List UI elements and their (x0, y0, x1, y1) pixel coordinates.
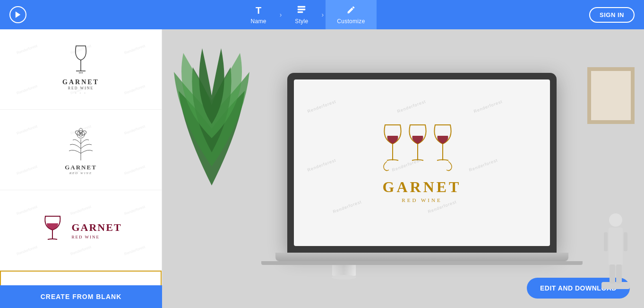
watermark: Renderforest (0, 102, 59, 158)
logo-3-brand-subtitle: RED WINE (71, 235, 121, 239)
nav-step-name[interactable]: T Name (239, 0, 277, 29)
preview-logo: GARNET RED WINE (370, 123, 474, 203)
plant-decoration (169, 34, 254, 187)
wm1: Renderforest (307, 99, 337, 114)
nav-step-style-label: Style (295, 18, 308, 25)
wine-glass-icon (69, 44, 93, 77)
step-nav: T Name › Style › Customize (239, 0, 376, 29)
mannequin-decoration (609, 228, 630, 289)
wm7: Renderforest (333, 199, 363, 214)
preview-area: Renderforest Renderforest Renderforest R… (162, 29, 644, 308)
logo-card-1-inner: GARNET RED WINE · · · (62, 44, 99, 96)
laptop-mockup: Renderforest Renderforest Renderforest R… (287, 73, 557, 265)
laptop-base (275, 253, 568, 261)
svg-point-7 (80, 72, 81, 73)
watermark: Renderforest (103, 29, 162, 77)
preview-brand-name: GARNET (383, 178, 462, 196)
style-icon (297, 5, 306, 16)
customize-icon (346, 5, 356, 16)
logo-card-3-inner: GARNET RED WINE (40, 214, 121, 247)
logo-cards-list: Renderforest Renderforest Renderforest R… (0, 29, 162, 308)
logo-card-2-inner: GARNET RED WINE (60, 125, 102, 175)
svg-marker-0 (16, 11, 21, 18)
nav-step-customize[interactable]: Customize (326, 0, 376, 29)
logo-card-3[interactable]: Renderforest Renderforest Renderforest R… (0, 190, 162, 271)
svg-point-6 (79, 72, 80, 73)
watermark: Renderforest (103, 102, 162, 158)
logo-1-dots: · · · (62, 90, 99, 96)
logo-card-2[interactable]: Renderforest Renderforest Renderforest R… (0, 110, 162, 190)
preview-three-glasses-icon (370, 123, 474, 175)
name-icon: T (256, 5, 261, 16)
wine-glass-3-icon (40, 214, 66, 247)
wm3: Renderforest (473, 99, 504, 114)
logo-1-brand-subtitle: RED WINE (62, 86, 99, 90)
nav-step-name-label: Name (250, 18, 266, 25)
watermark: Renderforest (103, 62, 162, 117)
create-from-blank-button[interactable]: CREATE FROM BLANK (0, 285, 162, 308)
laptop-foot (261, 261, 583, 265)
svg-point-10 (77, 131, 85, 138)
laptop-screen-outer: Renderforest Renderforest Renderforest R… (287, 73, 557, 253)
preview-brand-subtitle: RED WINE (402, 197, 442, 203)
sign-in-button[interactable]: SIGN IN (589, 7, 635, 23)
logo-1-brand-name: GARNET (62, 79, 99, 86)
laptop-screen-inner: Renderforest Renderforest Renderforest R… (294, 79, 550, 246)
logo-2-brand-subtitle: RED WINE (65, 171, 97, 175)
wm2: Renderforest (396, 99, 427, 114)
svg-point-14 (79, 132, 83, 136)
svg-point-8 (82, 72, 83, 73)
floral-icon (60, 125, 102, 163)
logo-2-brand-name: GARNET (65, 164, 97, 171)
logo-sidebar: Renderforest Renderforest Renderforest R… (0, 29, 162, 308)
logo-3-brand-name: GARNET (71, 221, 121, 234)
svg-rect-1 (298, 6, 305, 7)
chevron-2-icon: › (320, 11, 326, 18)
logo-button[interactable] (9, 6, 26, 23)
chevron-1-icon: › (278, 11, 284, 18)
wm4: Renderforest (307, 158, 337, 172)
watermark: Renderforest (0, 29, 59, 77)
header: T Name › Style › Customize (0, 0, 644, 29)
svg-rect-2 (298, 9, 305, 10)
nav-step-style[interactable]: Style (283, 0, 319, 29)
watermark: Renderforest (0, 142, 59, 198)
svg-rect-3 (298, 11, 303, 13)
logo-3-text: GARNET RED WINE (71, 221, 121, 239)
logo-card-1[interactable]: Renderforest Renderforest Renderforest R… (0, 29, 162, 110)
nav-step-customize-label: Customize (337, 18, 365, 25)
watermark: Renderforest (0, 62, 59, 117)
wall-frame-decoration (587, 67, 635, 124)
watermark: Renderforest (103, 142, 162, 198)
